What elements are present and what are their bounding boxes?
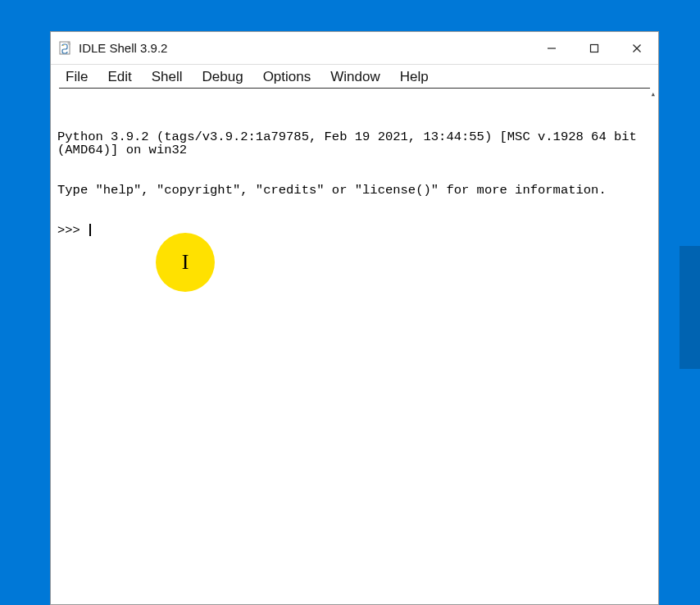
terminal-area[interactable]: ▴ Python 3.9.2 (tags/v3.9.2:1a79785, Feb… xyxy=(51,89,658,604)
scroll-up-icon[interactable]: ▴ xyxy=(650,90,656,100)
menu-options[interactable]: Options xyxy=(253,67,321,87)
window-title: IDLE Shell 3.9.2 xyxy=(79,41,530,55)
idle-shell-window: IDLE Shell 3.9.2 File Edit Shell Debug O… xyxy=(50,31,659,605)
menu-shell[interactable]: Shell xyxy=(142,67,193,87)
python-version-line: Python 3.9.2 (tags/v3.9.2:1a79785, Feb 1… xyxy=(57,130,652,157)
prompt-text: >>> xyxy=(57,224,88,237)
menu-help[interactable]: Help xyxy=(390,67,439,87)
titlebar[interactable]: IDLE Shell 3.9.2 xyxy=(51,32,658,65)
menubar: File Edit Shell Debug Options Window Hel… xyxy=(51,65,658,88)
svg-rect-3 xyxy=(591,44,598,52)
close-button[interactable] xyxy=(616,32,658,64)
desktop-edge xyxy=(680,246,700,369)
cursor-highlight-marker: I xyxy=(156,233,215,292)
minimize-button[interactable] xyxy=(530,32,573,64)
maximize-button[interactable] xyxy=(573,32,616,64)
info-line: Type "help", "copyright", "credits" or "… xyxy=(57,184,652,197)
menu-debug[interactable]: Debug xyxy=(193,67,253,87)
prompt-line[interactable]: >>> xyxy=(57,224,652,237)
text-cursor xyxy=(89,224,91,236)
ibeam-icon: I xyxy=(182,250,189,275)
menu-window[interactable]: Window xyxy=(320,67,389,87)
python-icon xyxy=(59,41,72,56)
svg-point-1 xyxy=(63,44,65,46)
menu-edit[interactable]: Edit xyxy=(98,67,141,87)
window-controls xyxy=(530,32,658,64)
menu-file[interactable]: File xyxy=(56,67,98,87)
